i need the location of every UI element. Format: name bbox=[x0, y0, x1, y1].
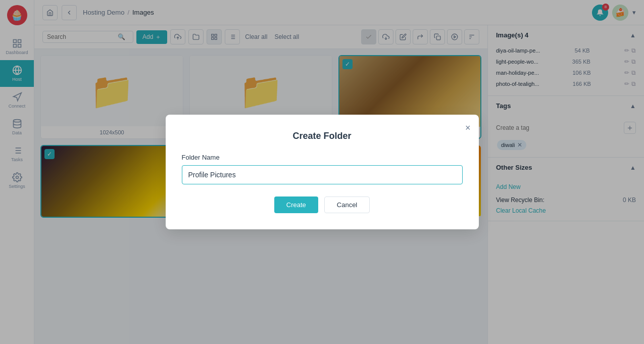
modal-actions: Create Cancel bbox=[182, 196, 463, 213]
cancel-button[interactable]: Cancel bbox=[324, 196, 370, 213]
folder-name-input[interactable] bbox=[182, 165, 463, 184]
modal-close-button[interactable]: × bbox=[465, 123, 471, 133]
create-button[interactable]: Create bbox=[274, 196, 318, 213]
folder-name-label: Folder Name bbox=[182, 154, 463, 161]
modal-title: Create Folder bbox=[182, 131, 463, 141]
modal-overlay: × Create Folder Folder Name Create Cance… bbox=[0, 0, 644, 344]
create-folder-modal: × Create Folder Folder Name Create Cance… bbox=[166, 115, 479, 229]
